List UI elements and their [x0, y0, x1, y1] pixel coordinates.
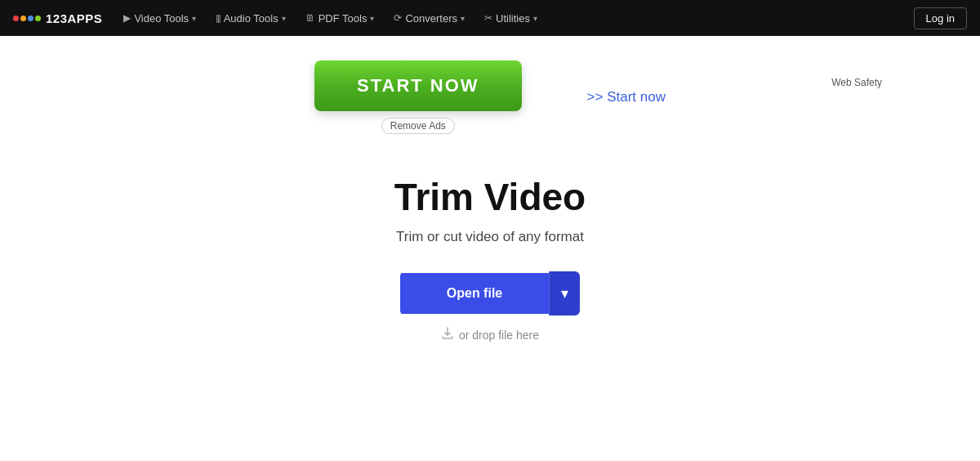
nav-label-video-tools: Video Tools — [134, 12, 189, 25]
converters-arrow: ▾ — [461, 14, 465, 23]
dot-yellow — [20, 16, 26, 21]
remove-ads-link[interactable]: Remove Ads — [381, 118, 455, 134]
web-safety-label: Web Safety — [831, 77, 882, 88]
navbar: 123APPS ▶ Video Tools ▾ ||| Audio Tools … — [0, 0, 980, 36]
page-title: Trim Video — [394, 175, 586, 219]
nav-item-audio-tools[interactable]: ||| Audio Tools ▾ — [207, 0, 294, 36]
start-now-link[interactable]: >> Start now — [587, 89, 666, 105]
nav-label-pdf-tools: PDF Tools — [318, 12, 368, 25]
dot-green — [35, 16, 41, 21]
video-tools-icon: ▶ — [123, 12, 131, 24]
download-icon — [441, 327, 454, 343]
nav-item-pdf-tools[interactable]: 🗎 PDF Tools ▾ — [297, 0, 383, 36]
utilities-arrow: ▾ — [533, 14, 537, 23]
nav-item-converters[interactable]: ⟳ Converters ▾ — [385, 0, 473, 36]
logo-dots — [13, 16, 41, 21]
dot-red — [13, 16, 19, 21]
utilities-icon: ✂ — [484, 12, 492, 24]
drop-zone[interactable]: or drop file here — [441, 327, 539, 343]
open-file-dropdown-button[interactable]: ▾ — [549, 271, 580, 316]
nav-item-video-tools[interactable]: ▶ Video Tools ▾ — [115, 0, 204, 36]
nav-item-utilities[interactable]: ✂ Utilities ▾ — [476, 0, 546, 36]
audio-tools-icon: ||| — [216, 13, 220, 23]
pdf-tools-arrow: ▾ — [370, 14, 374, 23]
remove-ads-container: Remove Ads — [381, 114, 455, 134]
open-file-row: Open file ▾ — [400, 271, 580, 316]
nav-label-utilities: Utilities — [496, 12, 530, 25]
nav-label-converters: Converters — [405, 12, 457, 25]
audio-tools-arrow: ▾ — [282, 14, 286, 23]
open-file-button[interactable]: Open file — [400, 273, 549, 314]
converters-icon: ⟳ — [394, 12, 402, 24]
video-tools-arrow: ▾ — [192, 14, 196, 23]
ad-area: START NOW Remove Ads >> Start now Web Sa… — [0, 36, 980, 142]
login-button[interactable]: Log in — [914, 7, 967, 29]
nav-label-audio-tools: Audio Tools — [224, 12, 278, 25]
start-now-button[interactable]: START NOW — [314, 60, 522, 111]
logo[interactable]: 123APPS — [13, 11, 102, 25]
page-subtitle: Trim or cut video of any format — [396, 229, 584, 245]
dot-blue — [28, 16, 33, 21]
main-content: Trim Video Trim or cut video of any form… — [0, 142, 980, 368]
logo-text: 123APPS — [46, 11, 102, 25]
drop-zone-label: or drop file here — [459, 329, 539, 342]
pdf-tools-icon: 🗎 — [305, 12, 315, 24]
